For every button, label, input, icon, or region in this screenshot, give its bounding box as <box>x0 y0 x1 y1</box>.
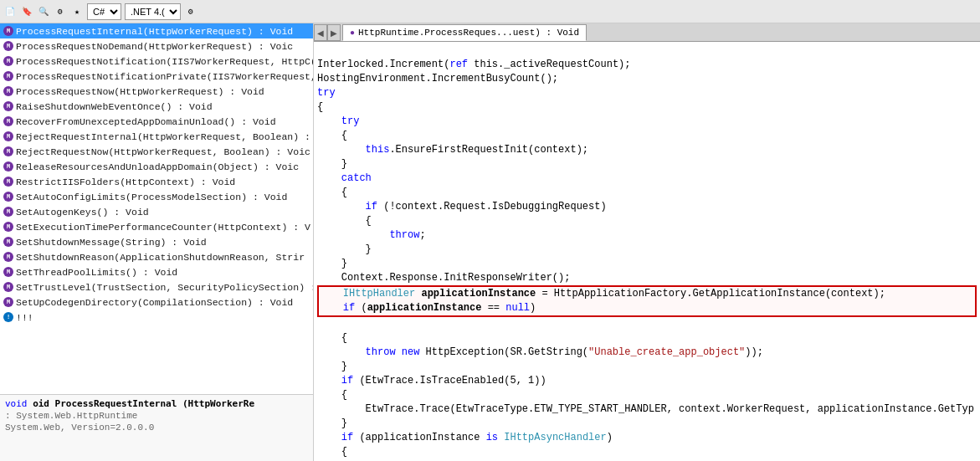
method-icon-18: M <box>3 297 13 307</box>
method-label-12: SetAutogenKeys() : Void <box>16 207 149 218</box>
settings-icon[interactable]: ⚙ <box>184 5 198 18</box>
code-line-2: HostingEnvironment.IncrementBusyCount(); <box>317 73 558 85</box>
main-area: M ProcessRequestInternal(HttpWorkerReque… <box>0 23 980 461</box>
method-item[interactable]: M SetUpCodegenDirectory(CompilationSecti… <box>0 295 313 310</box>
meta-line-0: : System.Web.HttpRuntime <box>5 411 308 421</box>
method-icon-0: M <box>3 26 13 36</box>
method-label-17: SetTrustLevel(TrustSection, SecurityPoli… <box>16 282 313 293</box>
method-item[interactable]: M SetTrustLevel(TrustSection, SecurityPo… <box>0 279 313 295</box>
code-line-8: } <box>317 158 347 170</box>
highlight-box: IHttpHandler applicationInstance = HttpA… <box>317 285 977 317</box>
code-line-4: { <box>317 101 323 113</box>
code-line-15: } <box>317 258 347 269</box>
method-label-9: ReleaseResourcesAndUnloadAppDomain(Objec… <box>16 161 299 172</box>
tab-bar: ◀ ▶ ● HttpRuntime.ProcessReques...uest) … <box>314 23 980 42</box>
method-item[interactable]: M ReleaseResourcesAndUnloadAppDomain(Obj… <box>0 159 313 174</box>
method-item[interactable]: M ProcessRequestNotificationPrivate(IIS7… <box>0 69 313 84</box>
find-icon[interactable]: 🔍 <box>37 5 50 18</box>
method-icon-4: M <box>3 86 13 96</box>
code-line-10: { <box>317 187 347 198</box>
tab-method-icon: ● <box>350 28 355 38</box>
tab-forward-button[interactable]: ▶ <box>327 24 341 41</box>
code-line-25: } <box>317 417 347 429</box>
code-line-17: IHttpHandler applicationInstance = HttpA… <box>319 288 885 300</box>
code-line-27: { <box>317 446 347 458</box>
method-icon-15: M <box>3 252 13 262</box>
method-item[interactable]: M SetThreadPoolLimits() : Void <box>0 264 313 279</box>
code-line-20: throw new HttpException(SR.GetString("Un… <box>317 346 763 358</box>
method-icon-8: M <box>3 146 13 156</box>
method-icon-12: M <box>3 207 13 217</box>
bookmark-icon[interactable]: 🔖 <box>20 5 33 18</box>
method-icon-19: ! <box>3 312 13 322</box>
tab-back-button[interactable]: ◀ <box>314 24 327 41</box>
left-panel-bottom: void oid ProcessRequestInternal (HttpWor… <box>0 394 313 461</box>
method-item[interactable]: M ProcessRequestNow(HttpWorkerRequest) :… <box>0 84 313 99</box>
method-item[interactable]: M SetAutogenKeys() : Void <box>0 204 313 219</box>
method-icon-1: M <box>3 41 13 51</box>
method-label-3: ProcessRequestNotificationPrivate(IIS7Wo… <box>16 71 313 82</box>
method-item[interactable]: M ProcessRequestNotification(IIS7WorkerR… <box>0 54 313 69</box>
code-line-13: throw; <box>317 229 426 241</box>
method-item[interactable]: M SetShutdownMessage(String) : Void <box>0 234 313 249</box>
method-icon-13: M <box>3 222 13 232</box>
code-line-24: EtwTrace.Trace(EtwTraceType.ETW_TYPE_STA… <box>317 403 974 415</box>
method-label-18: SetUpCodegenDirectory(CompilationSection… <box>16 297 293 308</box>
method-label-11: SetAutoConfigLimits(ProcessModelSection)… <box>16 192 287 202</box>
code-line-9: catch <box>317 172 372 184</box>
tab-label: HttpRuntime.ProcessReques...uest) : Void <box>358 28 579 38</box>
method-icon-6: M <box>3 116 13 126</box>
framework-dropdown[interactable]: .NET 4.( <box>125 3 181 20</box>
method-item[interactable]: M RecoverFromUnexceptedAppDomainUnload()… <box>0 114 313 129</box>
code-line-14: } <box>317 243 372 255</box>
gear-icon[interactable]: ⚙ <box>54 5 67 18</box>
method-item[interactable]: M ProcessRequestInternal(HttpWorkerReque… <box>0 23 313 38</box>
code-line-1: Interlocked.Increment(ref this._activeRe… <box>317 59 630 70</box>
signature-line: void oid ProcessRequestInternal (HttpWor… <box>5 398 308 409</box>
method-item[interactable]: M SetExecutionTimePerformanceCounter(Htt… <box>0 219 313 234</box>
method-item[interactable]: M SetAutoConfigLimits(ProcessModelSectio… <box>0 189 313 204</box>
method-item[interactable]: M RestrictIISFolders(HttpContext) : Void <box>0 174 313 189</box>
method-icon-16: M <box>3 267 13 277</box>
method-item[interactable]: ! !!! <box>0 310 313 325</box>
code-line-19: { <box>317 332 347 344</box>
method-icon-10: M <box>3 177 13 187</box>
method-label-14: SetShutdownMessage(String) : Void <box>16 237 207 248</box>
method-label-2: ProcessRequestNotification(IIS7WorkerReq… <box>16 56 313 67</box>
right-panel: ◀ ▶ ● HttpRuntime.ProcessReques...uest) … <box>314 23 980 461</box>
language-dropdown[interactable]: C# <box>87 3 121 20</box>
method-item[interactable]: M ProcessRequestNoDemand(HttpWorkerReque… <box>0 38 313 54</box>
code-line-3: try <box>317 87 336 99</box>
method-item[interactable]: M RejectRequestInternal(HttpWorkerReques… <box>0 129 313 144</box>
method-list[interactable]: M ProcessRequestInternal(HttpWorkerReque… <box>0 23 313 394</box>
method-icon-11: M <box>3 192 13 202</box>
method-label-13: SetExecutionTimePerformanceCounter(HttpC… <box>16 222 310 233</box>
code-line-23: { <box>317 389 347 401</box>
method-item[interactable]: M SetShutdownReason(ApplicationShutdownR… <box>0 249 313 264</box>
method-label-0: ProcessRequestInternal(HttpWorkerRequest… <box>16 26 293 37</box>
meta-line-1: System.Web, Version=2.0.0.0 <box>5 423 308 433</box>
code-line-6: { <box>317 130 347 141</box>
method-label-6: RecoverFromUnexceptedAppDomainUnload() :… <box>16 116 276 127</box>
page-icon[interactable]: 📄 <box>3 5 17 18</box>
code-line-26: if (applicationInstance is IHttpAsyncHan… <box>317 432 613 443</box>
method-icon-7: M <box>3 131 13 141</box>
method-icon-9: M <box>3 161 13 172</box>
toolbar: 📄 🔖 🔍 ⚙ ★ C# .NET 4.( ⚙ <box>0 0 980 23</box>
method-label-7: RejectRequestInternal(HttpWorkerRequest,… <box>16 131 310 142</box>
method-label-8: RejectRequestNow(HttpWorkerRequest, Bool… <box>16 146 310 157</box>
code-line-11: if (!context.Request.IsDebuggingRequest) <box>317 201 607 213</box>
method-item[interactable]: M RejectRequestNow(HttpWorkerRequest, Bo… <box>0 144 313 159</box>
method-label-1: ProcessRequestNoDemand(HttpWorkerRequest… <box>16 41 293 52</box>
star-icon[interactable]: ★ <box>70 5 84 18</box>
method-icon-5: M <box>3 101 13 111</box>
tab-main[interactable]: ● HttpRuntime.ProcessReques...uest) : Vo… <box>342 24 587 41</box>
method-label-10: RestrictIISFolders(HttpContext) : Void <box>16 177 235 187</box>
method-label-16: SetThreadPoolLimits() : Void <box>16 267 177 278</box>
code-line-12: { <box>317 215 372 227</box>
code-line-18: if (applicationInstance == null) <box>319 302 536 314</box>
method-label-4: ProcessRequestNow(HttpWorkerRequest) : V… <box>16 86 264 97</box>
code-area[interactable]: Interlocked.Increment(ref this._activeRe… <box>314 42 980 461</box>
code-line-7: this.EnsureFirstRequestInit(context); <box>317 144 588 156</box>
method-item[interactable]: M RaiseShutdownWebEventOnce() : Void <box>0 99 313 114</box>
